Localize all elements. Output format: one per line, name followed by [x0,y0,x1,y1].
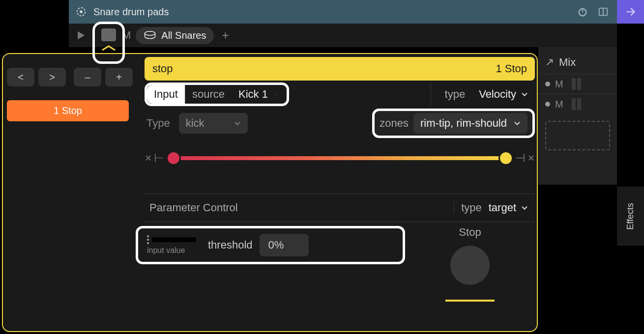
close-icon[interactable]: ✕ [527,153,535,164]
input-label: Input [147,85,185,104]
effects-tab[interactable]: Effects [617,187,644,246]
slider-handle-min[interactable] [166,151,181,166]
chevron-down-icon [234,120,241,127]
minus-button[interactable]: – [74,68,101,86]
header-title: Snare drum pads [93,6,169,18]
play-icon[interactable] [74,28,88,42]
slider-track[interactable] [169,156,510,160]
mix-row[interactable]: M [538,74,617,94]
mix-row[interactable]: M [538,94,617,114]
effects-label: Effects [625,203,636,230]
section-header: stop 1 Stop [145,57,535,81]
stop-marker-icon [101,45,116,51]
type-dropdown[interactable]: Velocity [472,88,535,101]
chevron-down-icon [521,91,528,98]
velocity-slider[interactable]: ✕ ⊢ ⊣ ✕ [145,148,535,168]
zones-dropdown[interactable]: rim-tip, rim-should [413,113,527,134]
mute-label[interactable]: M [122,29,131,42]
stop-target-label: Stop [459,226,481,239]
bracket-left-icon: ⊢ [154,151,164,165]
svg-point-6 [145,31,155,35]
power-icon[interactable] [576,5,589,19]
stop-button[interactable] [101,28,116,41]
add-button[interactable]: + [222,28,229,42]
level-meter-icon [572,78,581,90]
source-dropdown[interactable]: Kick 1 [232,85,287,104]
prev-button[interactable]: < [7,68,34,86]
status-dot-icon [545,82,550,86]
target-area: Stop [405,222,535,320]
stop-tag-button[interactable]: 1 Stop [7,100,129,121]
bracket-right-icon: ⊣ [515,151,526,165]
input-value-label: input value [147,246,185,255]
param-title: Parameter Control [145,201,454,214]
level-meter-icon [572,98,581,110]
section-name: stop [152,62,173,75]
param-type-value: target [489,201,516,214]
drag-handle-icon[interactable] [147,235,149,244]
section-instance: 1 Stop [496,62,527,75]
threshold-label: threshold [208,239,253,251]
chevron-down-icon [514,120,521,127]
drum-icon [144,30,156,40]
snares-pill[interactable]: All Snares [136,27,214,44]
chevron-down-icon [521,204,528,211]
highlight-box: input value threshold 0% [136,226,405,264]
zones-label: zones [380,117,409,130]
active-indicator [445,300,495,302]
mix-mute[interactable]: M [555,99,567,110]
target-icon [76,6,87,17]
svg-point-1 [80,10,83,13]
forward-button[interactable] [617,0,644,24]
kick-dropdown[interactable]: kick [179,113,248,134]
type-label: type [438,88,472,101]
input-meter [152,237,196,242]
slider-handle-max[interactable] [498,151,513,166]
highlight-box: Input source Kick 1 [145,83,289,106]
chevron-down-icon [273,91,280,98]
mix-title: Mix [559,56,576,69]
mix-panel: Mix M M [538,47,617,185]
close-icon[interactable]: ✕ [145,153,152,164]
param-type-dropdown[interactable]: target [489,201,528,214]
editor-panel: < > – + 1 Stop stop 1 Stop Input source … [2,53,538,332]
app-header: Snare drum pads [69,0,617,24]
type-value: Velocity [479,88,516,101]
mix-mute[interactable]: M [555,79,567,90]
param-type-label: type [461,201,482,214]
source-value: Kick 1 [238,88,268,101]
threshold-input[interactable]: 0% [260,234,309,256]
type-label-2: Type [145,117,172,130]
next-button[interactable]: > [38,68,66,86]
expand-icon[interactable] [545,58,554,67]
plus-button[interactable]: + [105,68,133,86]
target-knob[interactable] [450,246,490,285]
zones-value: rim-tip, rim-should [420,117,507,130]
pill-label: All Snares [161,30,206,41]
source-label: source [185,85,232,104]
highlight-box: zones rim-tip, rim-should [372,109,535,138]
toolbar: M All Snares + [69,24,617,47]
status-dot-icon [545,102,550,107]
drop-zone[interactable] [545,121,610,150]
panels-icon[interactable] [596,5,610,19]
kick-value: kick [186,117,205,130]
